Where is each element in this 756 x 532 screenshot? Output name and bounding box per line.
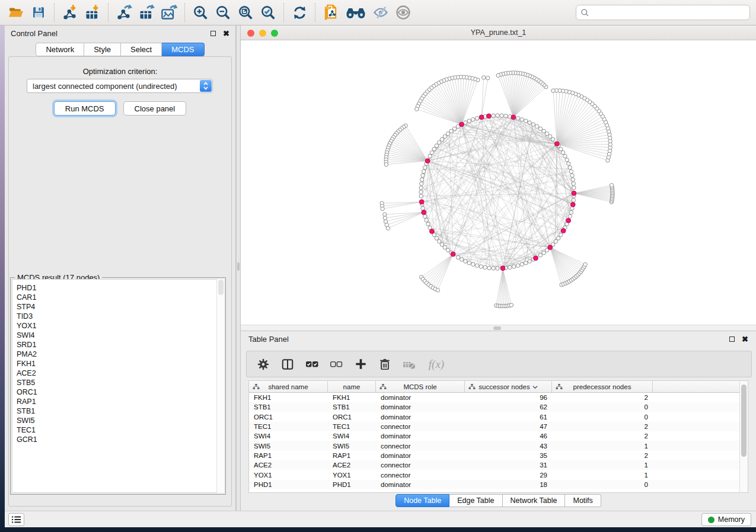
network-node[interactable] <box>487 266 491 270</box>
network-node[interactable] <box>467 119 471 123</box>
network-node[interactable] <box>419 186 423 190</box>
table-cell[interactable]: 2 <box>552 394 653 401</box>
network-node[interactable] <box>548 134 552 138</box>
network-node[interactable] <box>475 117 479 120</box>
table-cell[interactable]: 47 <box>465 423 552 430</box>
close-panel-icon[interactable]: ✖ <box>742 336 748 342</box>
network-node[interactable] <box>423 214 427 218</box>
run-mcds-button[interactable]: Run MCDS <box>54 101 116 116</box>
network-search-box[interactable] <box>576 5 750 20</box>
table-cell[interactable]: FKH1 <box>328 394 376 401</box>
network-node[interactable] <box>545 132 548 135</box>
network-node[interactable] <box>554 239 557 243</box>
table-row[interactable]: SWI5SWI5connector431 <box>249 441 739 450</box>
select-all-icon[interactable] <box>305 357 319 371</box>
table-cell[interactable]: 18 <box>465 481 552 488</box>
table-row[interactable]: YOX1YOX1connector291 <box>249 470 739 479</box>
float-panel-icon[interactable] <box>210 31 216 36</box>
network-node[interactable] <box>528 259 531 263</box>
table-cell[interactable]: SWI5 <box>249 443 328 450</box>
search-window-icon[interactable] <box>343 2 368 23</box>
network-node[interactable] <box>538 254 542 257</box>
network-node[interactable] <box>430 150 433 154</box>
network-node[interactable] <box>437 239 441 243</box>
table-cell[interactable]: SWI4 <box>249 432 328 440</box>
show-column-panel-icon[interactable] <box>280 357 295 371</box>
window-zoom-icon[interactable] <box>271 30 278 37</box>
mcds-hub-node[interactable] <box>500 266 505 271</box>
export-network-icon[interactable] <box>114 2 134 23</box>
mcds-hub-node[interactable] <box>425 159 430 164</box>
mcds-hub-node[interactable] <box>451 252 455 257</box>
network-node[interactable] <box>420 182 423 185</box>
mcds-hub-node[interactable] <box>422 210 426 215</box>
network-node[interactable] <box>516 264 519 267</box>
panel-splitter[interactable] <box>236 25 241 511</box>
mcds-hub-node[interactable] <box>430 229 435 234</box>
mcds-result-item[interactable]: STP4 <box>17 302 224 312</box>
close-panel-icon[interactable]: ✖ <box>223 31 229 36</box>
table-cell[interactable]: SWI4 <box>328 432 376 440</box>
table-cell[interactable]: connector <box>376 423 465 430</box>
network-node[interactable] <box>483 265 487 269</box>
table-cell[interactable]: 2 <box>552 423 653 430</box>
network-leaf-node[interactable] <box>384 162 388 166</box>
function-builder-icon[interactable]: f(x) <box>426 357 446 371</box>
network-node[interactable] <box>563 154 567 158</box>
network-node[interactable] <box>420 178 423 181</box>
network-leaf-node[interactable] <box>610 184 613 187</box>
import-network-icon[interactable] <box>60 2 80 23</box>
table-cell[interactable]: dominator <box>376 481 465 488</box>
table-cell[interactable]: dominator <box>376 432 465 440</box>
toggle-graphics-details-icon[interactable] <box>371 2 391 23</box>
network-node[interactable] <box>432 147 436 150</box>
mcds-result-item[interactable]: YOX1 <box>17 321 224 331</box>
network-node[interactable] <box>567 162 570 165</box>
mcds-hub-node[interactable] <box>479 115 484 120</box>
mcds-result-item[interactable]: STB5 <box>17 378 224 387</box>
network-node[interactable] <box>423 166 427 169</box>
close-panel-button[interactable]: Close panel <box>123 101 187 116</box>
table-cell[interactable]: 2 <box>552 452 653 459</box>
network-node[interactable] <box>569 169 573 173</box>
mcds-hub-node[interactable] <box>572 191 576 196</box>
network-node[interactable] <box>421 174 425 177</box>
export-table-icon[interactable] <box>136 2 157 23</box>
table-cell[interactable]: 2 <box>552 432 653 440</box>
network-node[interactable] <box>528 121 531 124</box>
network-node[interactable] <box>542 251 546 254</box>
network-from-selection-icon[interactable] <box>321 2 341 23</box>
table-cell[interactable]: 31 <box>465 462 552 469</box>
mcds-result-list[interactable]: PHD1CAR1STP4TID3YOX1SWI4SRD1PMA2FKH1ACE2… <box>12 279 224 493</box>
network-node[interactable] <box>504 114 508 118</box>
task-history-button[interactable] <box>8 513 24 526</box>
network-graph[interactable] <box>241 40 756 325</box>
tab-network[interactable]: Network <box>36 43 84 56</box>
network-node[interactable] <box>492 267 495 270</box>
table-cell[interactable]: 1 <box>552 443 653 450</box>
network-leaf-node[interactable] <box>486 76 489 79</box>
mcds-result-item[interactable]: ORC1 <box>17 387 224 397</box>
network-node[interactable] <box>572 186 576 190</box>
table-row[interactable]: RAP1RAP1dominator352 <box>249 451 739 460</box>
mcds-result-item[interactable]: SRD1 <box>17 340 224 350</box>
open-session-icon[interactable] <box>6 2 26 23</box>
network-node[interactable] <box>419 190 423 194</box>
table-cell[interactable]: FKH1 <box>249 394 328 401</box>
network-leaf-node[interactable] <box>509 303 513 307</box>
float-panel-icon[interactable] <box>729 336 735 342</box>
network-node[interactable] <box>456 255 460 259</box>
column-header-MCDS-role[interactable]: MCDS role <box>376 381 465 392</box>
column-header-predecessor-nodes[interactable]: predecessor nodes <box>552 381 653 392</box>
table-cell[interactable]: 46 <box>465 432 552 440</box>
table-cell[interactable]: YOX1 <box>249 472 328 479</box>
table-cell[interactable]: 0 <box>552 481 653 488</box>
tab-mcds[interactable]: MCDS <box>162 43 204 56</box>
network-node[interactable] <box>467 261 471 265</box>
column-header-shared-name[interactable]: shared name <box>249 381 328 392</box>
network-node[interactable] <box>471 262 475 266</box>
network-node[interactable] <box>479 265 483 268</box>
table-cell[interactable]: 35 <box>465 452 552 459</box>
mcds-hub-node[interactable] <box>419 200 424 204</box>
column-header-successor-nodes[interactable]: successor nodes <box>465 381 552 392</box>
